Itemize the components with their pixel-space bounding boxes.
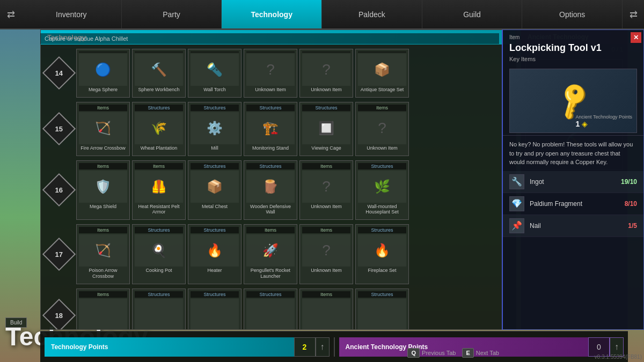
tech-item[interactable]: 📦 Antique Storage Set	[355, 49, 409, 98]
tech-item[interactable]: Items ? Unknown Item	[299, 160, 353, 220]
item-name: Wall-mounted Houseplant Set	[358, 203, 406, 218]
tech-items-row: Items 🏹 Poison Arrow Crossbow Structures…	[76, 224, 511, 284]
item-icon: 🦺	[135, 171, 183, 203]
item-type-badge: Structures	[358, 163, 406, 169]
item-icon	[79, 299, 127, 329]
item-name: Mega Sphere	[79, 86, 127, 95]
tech-item[interactable]: Structures 🍳 Cooking Pot	[132, 224, 186, 284]
material-name: Paldium Fragment	[530, 200, 625, 208]
item-type-badge: Items	[79, 227, 127, 233]
tech-item[interactable]: Items 🦺 Heat Resistant Pelt Armor	[132, 160, 186, 220]
item-type-badge: Structures	[302, 105, 350, 111]
tab-paldeck[interactable]: Paldeck	[322, 0, 422, 28]
tech-item[interactable]: 🔨 Sphere Workbench	[132, 49, 186, 98]
prev-tab-hint: Q Previous Tab	[407, 348, 456, 358]
tech-item[interactable]: Structures 🔲 Viewing Cage	[299, 102, 353, 156]
tech-item[interactable]: Structures 🔥 Fireplace Set	[355, 224, 409, 284]
material-row: 🔧 Ingot 19/10	[503, 171, 643, 193]
detail-panel-close-button[interactable]: ✕	[631, 32, 641, 43]
detail-panel: ✕ Item Lockpicking Tool v1 Key Items 🔑 A…	[502, 29, 644, 330]
item-name: Unknown Item	[246, 86, 295, 95]
item-type-badge: Items	[79, 105, 127, 111]
tech-level-row: 18 Items ... Structures ... Structures .…	[45, 289, 511, 329]
tech-level-row: 14 🔵 Mega Sphere 🔨 Sphere Workbench 🔦 Wa…	[45, 49, 511, 98]
tech-item[interactable]: Structures ...	[244, 289, 297, 329]
item-icon: ⚙️	[191, 112, 239, 144]
item-type-badge: Structures	[246, 163, 295, 169]
tech-item[interactable]: Items ? Unknown Item	[355, 102, 409, 156]
tech-item[interactable]: ? Unknown Item	[244, 49, 297, 98]
item-icon	[135, 299, 183, 329]
tech-item[interactable]: ? Unknown Item	[299, 49, 353, 98]
tech-item[interactable]: Items ...	[299, 289, 353, 329]
tech-item[interactable]: Structures 📦 Metal Chest	[188, 160, 241, 220]
item-name: Sphere Workbench	[135, 86, 183, 95]
tab-technology[interactable]: Technology	[222, 0, 322, 28]
tech-item[interactable]: Structures 🌿 Wall-mounted Houseplant Set	[355, 160, 409, 220]
item-icon: 🔥	[191, 234, 239, 267]
tech-item[interactable]: Structures ...	[188, 289, 241, 329]
item-icon: ?	[302, 54, 350, 86]
build-button[interactable]: Build	[5, 317, 27, 328]
material-icon: 📌	[509, 218, 524, 233]
detail-item-badge: Item	[503, 30, 643, 40]
item-name: Unknown Item	[302, 267, 350, 276]
detail-materials-list: 🔧 Ingot 19/10 💎 Paldium Fragment 8/10 📌 …	[503, 171, 643, 330]
item-name: Mega Shield	[79, 203, 127, 212]
material-count: 1/5	[628, 222, 637, 230]
item-type-badge	[358, 51, 406, 53]
tech-item[interactable]: 🔦 Wall Torch	[188, 49, 241, 98]
item-name: Poison Arrow Crossbow	[79, 267, 127, 282]
tech-item[interactable]: Items ...	[76, 289, 130, 329]
tech-points-arrow[interactable]: ↑	[316, 337, 330, 357]
tech-item[interactable]: Items ? Unknown Item	[299, 224, 353, 284]
next-tab-hint: E Next Tab	[462, 348, 499, 358]
tech-item[interactable]: Structures ⚙️ Mill	[188, 102, 241, 156]
tech-item[interactable]: Structures ...	[355, 289, 409, 329]
tech-item[interactable]: 🔵 Mega Sphere	[76, 49, 130, 98]
item-icon: 🛡️	[79, 171, 127, 203]
ancient-cost-label: Ancient Technology Points	[576, 114, 632, 120]
tech-item[interactable]: Items 🏹 Poison Arrow Crossbow	[76, 224, 130, 284]
material-row: 📌 Nail 1/5	[503, 215, 643, 237]
level-badge: 14	[42, 56, 76, 90]
item-type-badge: Structures	[135, 291, 183, 298]
tab-inventory[interactable]: Inventory	[21, 0, 122, 28]
nav-next-arrow[interactable]: ⇄	[623, 0, 644, 28]
prev-tab-label: Previous Tab	[422, 350, 456, 356]
item-type-badge	[135, 51, 183, 53]
tech-item[interactable]: Structures 🔥 Heater	[188, 224, 241, 284]
tech-items-row: Items 🏹 Fire Arrow Crossbow Structures 🌾…	[76, 102, 511, 156]
item-name: Antique Storage Set	[358, 86, 406, 95]
tech-points-section: Technology Points 2 ↑	[45, 337, 330, 357]
tab-options[interactable]: Options	[522, 0, 623, 28]
item-type-badge: Structures	[358, 291, 406, 298]
item-type-badge: Items	[358, 105, 406, 111]
tech-item[interactable]: Structures ...	[132, 289, 186, 329]
e-key: E	[462, 348, 473, 358]
tab-guild[interactable]: Guild	[422, 0, 523, 28]
item-icon	[191, 299, 239, 329]
item-icon: 🌿	[358, 171, 406, 203]
tech-item[interactable]: Structures 🏗️ Monitoring Stand	[244, 102, 297, 156]
item-icon: 🏹	[79, 112, 127, 144]
tech-item[interactable]: Items 🛡️ Mega Shield	[76, 160, 130, 220]
material-name: Nail	[530, 222, 628, 230]
item-type-badge	[302, 51, 350, 53]
tech-level-row: 17 Items 🏹 Poison Arrow Crossbow Structu…	[45, 224, 511, 284]
material-name: Ingot	[530, 178, 621, 186]
item-icon: 🍳	[135, 234, 183, 267]
item-name: Wooden Defensive Wall	[246, 203, 295, 218]
tech-item[interactable]: Structures 🪵 Wooden Defensive Wall	[244, 160, 297, 220]
item-type-badge: Structures	[191, 163, 239, 169]
item-name: Unknown Item	[302, 203, 350, 212]
tech-item[interactable]: Items 🚀 Pengullet's Rocket Launcher	[244, 224, 297, 284]
version-text: v0.3.1.55394(FB81)	[595, 354, 642, 360]
tech-item[interactable]: Items 🏹 Fire Arrow Crossbow	[76, 102, 130, 156]
item-name: Monitoring Stand	[246, 144, 295, 153]
tab-party[interactable]: Party	[122, 0, 222, 28]
nav-prev-arrow[interactable]: ⇄	[0, 0, 21, 28]
tech-items-row: Items 🛡️ Mega Shield Items 🦺 Heat Resist…	[76, 160, 511, 220]
tech-item[interactable]: Structures 🌾 Wheat Plantation	[132, 102, 186, 156]
level-badge: 15	[42, 112, 76, 145]
